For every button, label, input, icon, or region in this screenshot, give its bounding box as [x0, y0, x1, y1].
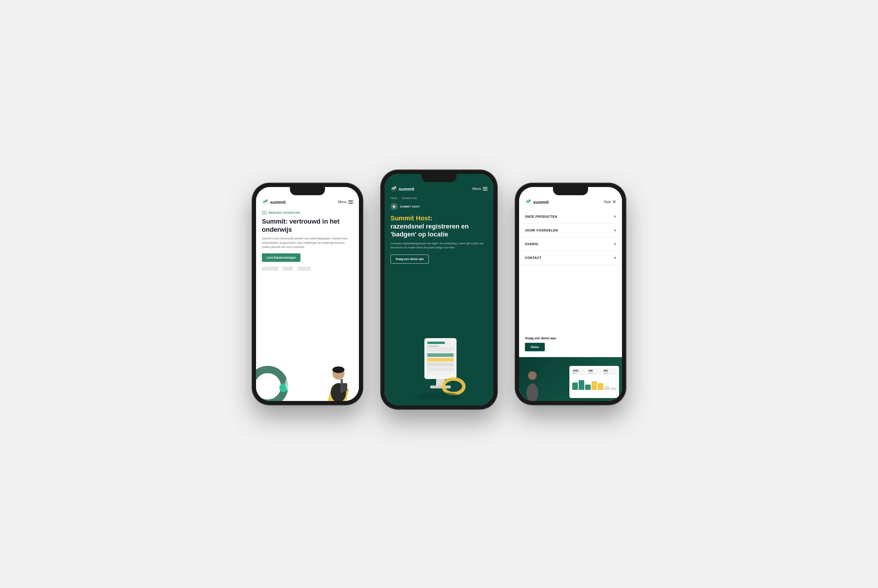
svg-rect-12 [427, 342, 445, 344]
product-badge-icon [390, 203, 398, 210]
summit-logo-icon-3 [525, 199, 531, 205]
svg-point-26 [528, 371, 537, 380]
svg-point-25 [529, 200, 531, 201]
logo-text-2: summit [399, 186, 414, 191]
hero-title-host: Host [416, 214, 430, 222]
hamburger-icon-1 [348, 200, 353, 204]
hero-desc-2: Compact registratieapparaat met eigen 4G… [385, 242, 493, 255]
stat-2: 166 active [587, 368, 602, 375]
close-button[interactable]: Sluit ✕ [604, 200, 616, 204]
breadcrumb-arrow: › [399, 197, 400, 200]
breadcrumb: Home › Summit Host [385, 195, 493, 203]
illustration-area [385, 270, 493, 405]
bar-3 [585, 385, 591, 390]
partner-logo-2 [283, 267, 293, 271]
menu-item-overig[interactable]: OVERIG ∨ [519, 237, 622, 251]
hero-desc-1: Summit is een vertrouwde partner van ond… [256, 236, 359, 254]
screen-2: summit Menu Home › Summit Host [385, 174, 493, 405]
partner-logo-1 [262, 267, 278, 271]
phone-2: summit Menu Home › Summit Host [381, 170, 497, 410]
menu-item-label-1: ONZE PRODUCTEN [525, 215, 557, 218]
svg-rect-19 [427, 368, 453, 371]
cta-button-2[interactable]: Vraag een demo aan [390, 255, 429, 264]
screen-1: summit Menu WERVING STUDENTEN [256, 187, 359, 401]
demo-button[interactable]: Demo [525, 343, 545, 351]
person-silhouette [324, 357, 353, 401]
svg-rect-15 [427, 350, 451, 351]
bar-7 [611, 387, 616, 390]
product-badge: SUMMIT HOST [390, 203, 488, 210]
hamburger-icon-2 [483, 187, 488, 190]
host-icon [392, 205, 396, 208]
chevron-down-icon-1: ∨ [614, 214, 617, 219]
menu-item-onze-producten[interactable]: ONZE PRODUCTEN ∨ [519, 210, 622, 224]
menu-button-2[interactable]: Menu [472, 187, 488, 191]
summit-logo-icon-2 [390, 186, 397, 192]
tag-icon [262, 211, 267, 214]
menu-items: ONZE PRODUCTEN ∨ JOUW VOORDELEN ∨ OVERIG… [519, 210, 622, 330]
menu-label-2: Menu [472, 187, 481, 191]
chevron-down-icon-2: ∨ [614, 228, 617, 232]
hero-title-2: Summit Host: razendsnel registreren en '… [385, 213, 493, 242]
svg-rect-17 [427, 358, 453, 362]
svg-point-8 [395, 186, 396, 188]
scene: summit Menu WERVING STUDENTEN [0, 0, 878, 588]
hero-title-highlight: Summit [390, 214, 416, 222]
menu-button-1[interactable]: Menu [338, 200, 353, 204]
bottom-image-area: 1521 total 166 active 991 done [519, 357, 622, 401]
dashboard-preview: 1521 total 166 active 991 done [569, 366, 619, 398]
hero-title-1: Summit: vertrouwd in het onderwijs [256, 216, 359, 236]
close-icon: ✕ [612, 200, 616, 204]
menu-item-contact[interactable]: CONTACT ∨ [519, 251, 622, 265]
chevron-down-icon-4: ∨ [614, 256, 617, 260]
notch-1 [290, 187, 325, 195]
close-label: Sluit [604, 200, 611, 204]
partner-logos [256, 267, 359, 275]
kiosk-illustration [407, 335, 471, 399]
stat-3: 991 done [602, 368, 617, 375]
menu-item-label-4: CONTACT [525, 256, 541, 260]
bar-4 [591, 381, 597, 390]
svg-rect-21 [430, 386, 451, 388]
chevron-down-icon-3: ∨ [614, 242, 617, 246]
bar-1 [572, 382, 578, 390]
tag-label-1: WERVING STUDENTEN [256, 208, 359, 216]
deco-white-circle [285, 372, 309, 395]
stats-row: 1521 total 166 active 991 done [572, 368, 617, 375]
cta-button-1[interactable]: Lees klantervaringen [262, 254, 300, 262]
demo-section: Vraag een demo aan Demo [519, 330, 622, 357]
logo-3: summit [525, 199, 549, 205]
menu-label-1: Menu [338, 200, 347, 204]
logo-text-3: summit [533, 200, 549, 205]
menu-item-label-3: OVERIG [525, 242, 538, 246]
menu-item-label-2: JOUW VOORDELEN [525, 228, 558, 232]
bar-2 [579, 380, 584, 390]
person-silhouette-3 [522, 369, 545, 401]
phone-1: summit Menu WERVING STUDENTEN [252, 183, 363, 405]
menu-item-jouw-voordelen[interactable]: JOUW VOORDELEN ∨ [519, 224, 622, 237]
hero-image-area [256, 275, 359, 401]
screen-3: summit Sluit ✕ ONZE PRODUCTEN ∨ JOUW VOO… [519, 187, 622, 401]
bar-6 [604, 386, 610, 390]
breadcrumb-page: Summit Host [402, 196, 417, 200]
notch-3 [553, 187, 588, 195]
svg-rect-6 [342, 383, 347, 392]
summit-logo-icon [262, 199, 268, 205]
svg-rect-16 [427, 353, 453, 357]
bar-5 [598, 383, 603, 390]
svg-rect-13 [427, 345, 439, 347]
hero-title-rest: : [430, 214, 432, 222]
notch-2 [422, 174, 456, 182]
partner-logo-3 [297, 267, 311, 271]
mini-bar-chart [572, 377, 617, 390]
svg-point-1 [266, 200, 268, 201]
logo-2: summit [390, 186, 414, 192]
svg-point-27 [527, 383, 538, 401]
svg-rect-18 [427, 363, 453, 366]
product-badge-text: SUMMIT HOST [400, 205, 420, 208]
phone-3: summit Sluit ✕ ONZE PRODUCTEN ∨ JOUW VOO… [515, 183, 626, 405]
stat-1: 1521 total [572, 368, 586, 375]
logo-1: summit [262, 199, 285, 205]
breadcrumb-home: Home [390, 196, 398, 200]
demo-label: Vraag een demo aan [525, 336, 616, 340]
